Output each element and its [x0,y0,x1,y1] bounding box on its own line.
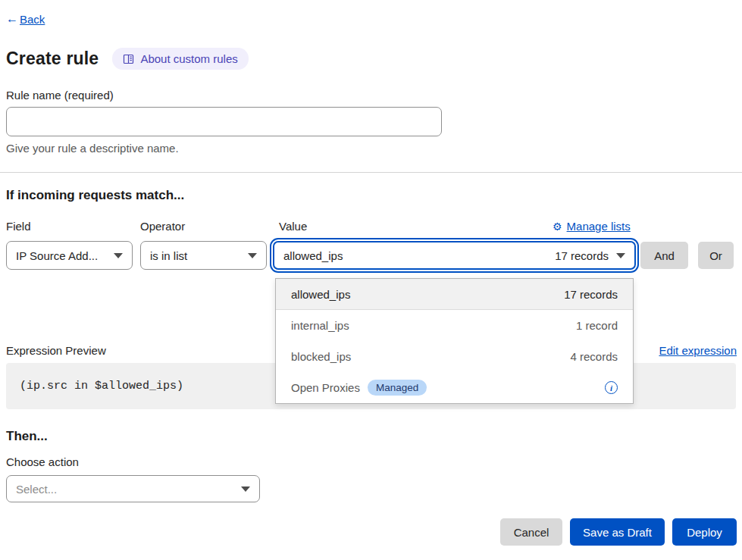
value-label: Value [279,220,307,233]
gear-icon: ⚙ [553,221,562,232]
page-title: Create rule [6,48,99,69]
action-select[interactable]: Select... [6,475,260,502]
operator-label: Operator [140,220,185,233]
field-select[interactable]: IP Source Add... [6,241,133,270]
or-button[interactable]: Or [698,242,734,269]
save-as-draft-button[interactable]: Save as Draft [570,518,665,546]
list-name: Open Proxies [291,381,360,394]
chevron-down-icon [248,253,257,258]
info-icon[interactable]: i [605,381,618,394]
value-select-records: 17 records [555,249,609,262]
operator-select[interactable]: is in list [140,241,267,270]
list-name: blocked_ips [291,350,351,363]
section-divider [0,172,742,173]
field-label: Field [6,220,31,233]
value-dropdown-menu: allowed_ips 17 records internal_ips 1 re… [275,278,634,404]
list-record-count: 1 record [576,319,618,332]
dropdown-item-internal-ips[interactable]: internal_ips 1 record [276,310,633,341]
and-button[interactable]: And [640,242,688,269]
value-select-value: allowed_ips [283,249,343,262]
then-heading: Then... [6,429,48,444]
manage-lists-label[interactable]: Manage lists [567,220,631,233]
dropdown-item-open-proxies[interactable]: Open Proxies Managed i [276,372,633,403]
back-link[interactable]: ← Back [6,12,45,26]
field-select-value: IP Source Add... [16,249,106,262]
back-link-label[interactable]: Back [20,13,45,26]
match-heading: If incoming requests match... [6,188,184,203]
about-custom-rules-label: About custom rules [140,52,237,65]
list-record-count: 4 records [570,350,618,363]
manage-lists-link[interactable]: ⚙ Manage lists [553,220,631,233]
rule-name-label: Rule name (required) [6,89,114,102]
chevron-down-icon [241,486,250,492]
expression-preview-label: Expression Preview [6,344,106,357]
dropdown-item-allowed-ips[interactable]: allowed_ips 17 records [276,279,633,310]
expression-code: (ip.src in $allowed_ips) [20,380,183,393]
cancel-button[interactable]: Cancel [500,518,562,546]
chevron-down-icon [616,253,625,258]
book-icon [123,54,134,64]
chevron-down-icon [114,253,123,258]
about-custom-rules-link[interactable]: About custom rules [112,48,248,70]
managed-badge: Managed [368,380,427,396]
deploy-button[interactable]: Deploy [672,518,737,546]
dropdown-item-blocked-ips[interactable]: blocked_ips 4 records [276,341,633,372]
list-name: allowed_ips [291,288,350,301]
value-select[interactable]: allowed_ips 17 records [273,241,636,270]
edit-expression-link[interactable]: Edit expression [659,344,737,357]
back-arrow-icon: ← [6,12,18,26]
title-row: Create rule About custom rules [6,48,249,70]
choose-action-label: Choose action [6,455,79,468]
list-name: internal_ips [291,319,349,332]
rule-name-helper: Give your rule a descriptive name. [6,142,179,155]
operator-select-value: is in list [150,249,240,262]
create-rule-page: ← Back Create rule About custom rules Ru… [0,0,742,560]
rule-name-input[interactable] [6,107,442,136]
action-select-placeholder: Select... [16,483,233,496]
list-record-count: 17 records [564,288,618,301]
